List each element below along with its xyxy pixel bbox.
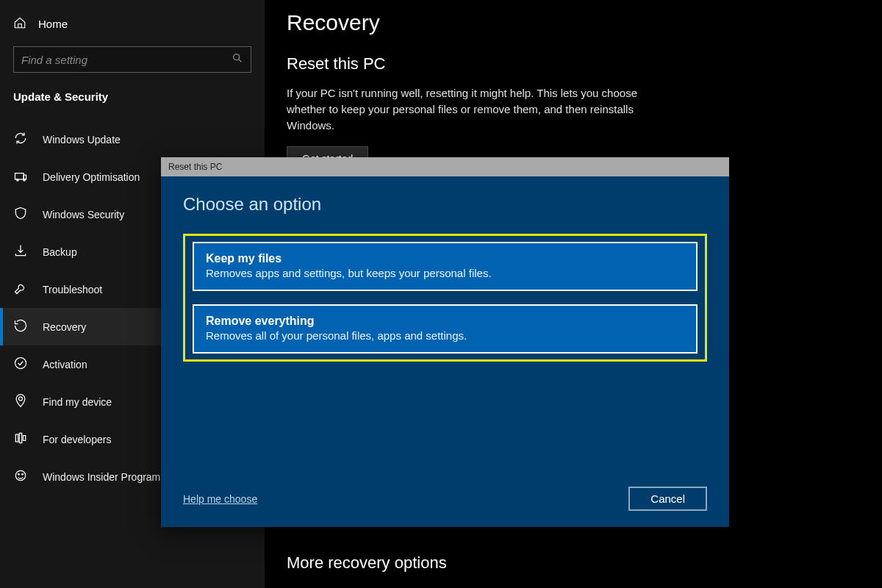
reset-pc-dialog: Reset this PC Choose an option Keep my f… [161,157,729,527]
svg-point-4 [17,179,19,182]
dialog-body: Choose an option Keep my files Removes a… [161,176,729,527]
search-box[interactable] [13,46,251,73]
more-recovery-heading: More recovery options [287,553,882,573]
sidebar-item-windows-update[interactable]: Windows Update [0,121,265,158]
sidebar-item-label: Windows Update [43,134,121,146]
option-desc: Removes all of your personal files, apps… [206,329,684,342]
option-remove-everything[interactable]: Remove everything Removes all of your pe… [193,304,698,354]
sidebar-item-label: Find my device [43,396,112,408]
sidebar-item-label: Windows Insider Programme [43,471,175,483]
home-icon [13,16,26,32]
svg-rect-9 [19,433,21,442]
svg-point-12 [18,474,20,476]
svg-point-6 [15,358,26,369]
developers-icon [13,431,28,448]
shield-icon [13,206,28,223]
sync-icon [13,131,28,148]
svg-rect-8 [15,434,18,442]
home-link[interactable]: Home [0,13,265,42]
svg-line-1 [239,60,241,62]
svg-rect-2 [15,173,24,179]
sidebar-item-label: Delivery Optimisation [43,171,140,183]
option-keep-my-files[interactable]: Keep my files Removes apps and settings,… [193,242,698,291]
dialog-titlebar: Reset this PC [161,157,729,176]
svg-point-7 [19,397,23,401]
sidebar-item-label: Recovery [43,321,86,333]
reset-heading: Reset this PC [287,54,882,74]
wrench-icon [13,281,28,298]
svg-point-5 [24,179,26,182]
dialog-footer: Help me choose Cancel [183,487,707,511]
delivery-icon [13,168,28,185]
sidebar-item-label: Backup [43,246,77,258]
recovery-icon [13,318,28,335]
check-circle-icon [13,356,28,373]
svg-point-13 [22,474,24,476]
option-desc: Removes apps and settings, but keeps you… [206,267,684,279]
search-input[interactable] [21,54,226,66]
sidebar-item-label: Activation [43,359,87,370]
options-highlight: Keep my files Removes apps and settings,… [183,234,707,362]
sidebar-item-label: For developers [43,434,111,445]
category-label: Update & Security [0,73,265,113]
search-icon [226,52,243,67]
sidebar-item-label: Troubleshoot [43,284,102,295]
help-me-choose-link[interactable]: Help me choose [183,493,257,505]
option-title: Keep my files [206,252,684,265]
backup-icon [13,243,28,260]
dialog-heading: Choose an option [183,194,707,215]
insider-icon [13,468,28,485]
svg-rect-10 [23,436,25,441]
page-title: Recovery [287,10,882,35]
svg-point-0 [234,54,240,60]
home-label: Home [38,18,68,30]
sidebar-item-label: Windows Security [43,209,124,220]
cancel-button[interactable]: Cancel [628,487,707,511]
option-title: Remove everything [206,315,684,328]
location-icon [13,393,28,410]
reset-description: If your PC isn't running well, resetting… [287,85,639,133]
